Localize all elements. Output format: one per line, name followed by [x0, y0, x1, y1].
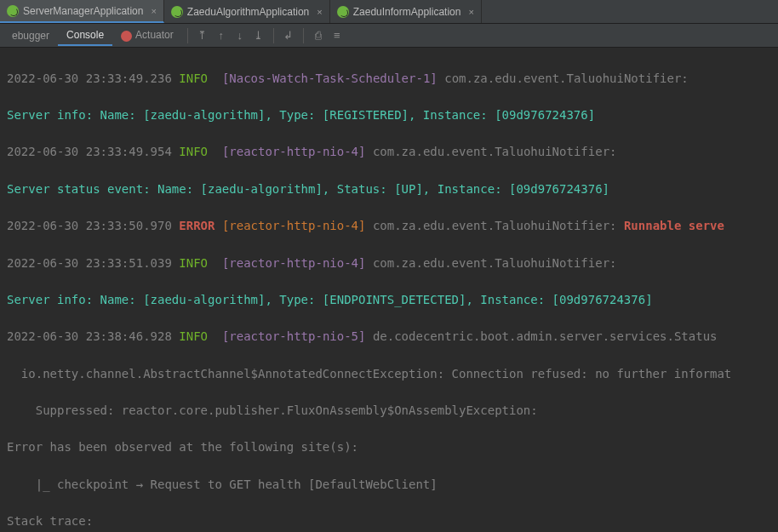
- spring-icon: [7, 5, 19, 17]
- tab-zaedu-inform[interactable]: ZaeduInformApplication ×: [330, 0, 482, 23]
- scroll-down-icon[interactable]: ↓: [232, 28, 248, 43]
- close-icon[interactable]: ×: [151, 6, 156, 16]
- tab-server-manager[interactable]: ServerManagerApplication ×: [0, 0, 164, 23]
- subtab-console[interactable]: Console: [58, 26, 112, 46]
- divider: [303, 28, 304, 43]
- actuator-icon: [121, 31, 132, 42]
- filter-icon[interactable]: ≡: [329, 28, 345, 43]
- close-icon[interactable]: ×: [317, 7, 322, 17]
- wrap-icon[interactable]: ↲: [281, 28, 296, 43]
- scroll-bottom-icon[interactable]: ⤓: [251, 28, 266, 43]
- subtab-actuator[interactable]: Actuator: [112, 26, 182, 44]
- close-icon[interactable]: ×: [468, 7, 473, 17]
- tab-label: ServerManagerApplication: [23, 5, 143, 17]
- tab-label: ZaeduInformApplication: [353, 6, 461, 18]
- run-tabs: ServerManagerApplication × ZaeduAlgorith…: [0, 0, 778, 24]
- tool-row: ebugger Console Actuator ⤒ ↑ ↓ ⤓ ↲ ⎙ ≡: [0, 24, 778, 48]
- scroll-top-icon[interactable]: ⤒: [195, 28, 210, 43]
- spring-icon: [337, 6, 349, 18]
- tab-label: ZaeduAlgorithmApplication: [187, 6, 309, 18]
- print-icon[interactable]: ⎙: [311, 28, 326, 43]
- subtab-debugger[interactable]: ebugger: [3, 26, 58, 45]
- divider: [187, 28, 188, 43]
- console-output[interactable]: 2022-06-30 23:33:49.236 INFO [Nacos-Watc…: [0, 48, 778, 532]
- scroll-up-icon[interactable]: ↑: [214, 28, 229, 43]
- divider: [273, 28, 274, 43]
- spring-icon: [171, 6, 183, 18]
- tab-zaedu-algorithm[interactable]: ZaeduAlgorithmApplication ×: [164, 0, 330, 23]
